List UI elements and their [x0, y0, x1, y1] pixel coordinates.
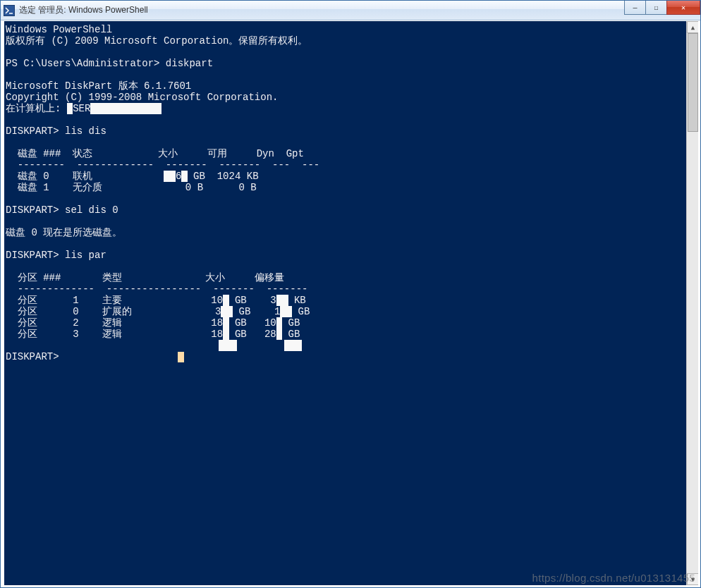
- disk-row-0-free: 1024 KB: [217, 171, 259, 182]
- on-computer-label: 在计算机上:: [6, 103, 67, 114]
- console-client-area: Windows PowerShell 版权所有 (C) 2009 Microso…: [4, 21, 698, 585]
- par-row-0-sizev: 10: [211, 295, 223, 306]
- diskhdr-free: 可用: [207, 148, 227, 159]
- computer-name-visible: SER: [73, 103, 90, 114]
- disk-row-1-free: 0 B: [239, 182, 257, 193]
- disk-row-1-size: 0 B: [185, 182, 203, 193]
- parhdr-type: 类型: [102, 272, 122, 283]
- minimize-button[interactable]: —: [624, 1, 645, 15]
- diskhdr-size: 大小: [158, 148, 178, 159]
- close-button[interactable]: ✕: [666, 1, 700, 15]
- par-row-3-offu: GB: [288, 329, 300, 340]
- diskhdr-status: 状态: [73, 148, 92, 159]
- par-row-0-num: 1: [73, 295, 78, 306]
- powershell-icon: [4, 5, 15, 16]
- diskhdr-num: 磁盘 ###: [18, 148, 61, 159]
- par-row-1-sizeu: GB: [239, 306, 251, 317]
- window-controls: — ☐ ✕: [624, 1, 700, 15]
- parhdr-offset: 偏移量: [255, 272, 284, 283]
- scroll-up-button[interactable]: ▲: [687, 21, 698, 33]
- redacted-block: XXXXXXXXXXXX: [90, 103, 161, 114]
- par-row-2-offu: GB: [288, 317, 300, 329]
- disk-row-0-disk: 磁盘 0: [18, 171, 49, 182]
- par-row-0-par: 分区: [18, 295, 37, 306]
- dp-prompt-4: DISKPART>: [6, 351, 65, 362]
- par-row-2-num: 2: [73, 317, 78, 329]
- titlebar[interactable]: 选定 管理员: Windows PowerShell — ☐ ✕: [1, 1, 700, 20]
- dp-prompt-2: DISKPART>: [6, 204, 65, 216]
- disk-row-0-sizeu: GB: [193, 171, 205, 182]
- par-row-3-num: 3: [73, 329, 78, 340]
- disk-row-0-status: 联机: [73, 171, 92, 182]
- par-row-1-par: 分区: [18, 306, 37, 317]
- par-row-3-offv: 28: [264, 329, 276, 340]
- disk-row-1-disk: 磁盘 1: [18, 182, 49, 193]
- par-row-3-sizev: 18: [211, 329, 223, 340]
- cursor-block-icon: [178, 352, 184, 362]
- dp-prompt-1: DISKPART>: [6, 125, 65, 137]
- console-output[interactable]: Windows PowerShell 版权所有 (C) 2009 Microso…: [4, 21, 685, 585]
- par-row-0-offv: 3: [270, 295, 276, 306]
- cmd-sel-dis-0: sel dis 0: [65, 204, 118, 216]
- dp-prompt-3: DISKPART>: [6, 250, 65, 261]
- ps-header-line2: 版权所有 (C) 2009 Microsoft Corporation。保留所有…: [6, 35, 307, 47]
- maximize-button[interactable]: ☐: [645, 1, 666, 15]
- par-row-1-num: 0: [73, 306, 78, 317]
- diskhdr-gpt: Gpt: [286, 148, 304, 159]
- sel-dis-result: 磁盘 0 现在是所选磁盘。: [6, 227, 122, 238]
- par-row-0-sizeu: GB: [235, 295, 247, 306]
- powershell-window: 选定 管理员: Windows PowerShell — ☐ ✕ Windows…: [0, 0, 701, 588]
- par-row-3-type: 逻辑: [102, 329, 122, 340]
- watermark-text: https://blog.csdn.net/u013131455: [532, 572, 695, 584]
- par-row-2-offv: 10: [264, 317, 276, 329]
- diskpart-version: Microsoft DiskPart 版本 6.1.7601: [6, 80, 191, 92]
- cmd-lis-par: lis par: [65, 250, 106, 261]
- scroll-track[interactable]: [687, 33, 698, 573]
- scroll-thumb[interactable]: [688, 33, 698, 132]
- par-row-3-sizeu: GB: [235, 329, 247, 340]
- par-row-1-offu: GB: [298, 306, 310, 317]
- diskpart-copyright: Copyright (C) 1999-2008 Microsoft Corpor…: [6, 92, 278, 103]
- par-row-2-sizeu: GB: [235, 317, 247, 329]
- disk-row-1-status: 无介质: [73, 182, 102, 193]
- par-row-2-par: 分区: [18, 317, 37, 329]
- par-row-2-sizev: 18: [211, 317, 223, 329]
- cmd-diskpart: diskpart: [166, 58, 213, 69]
- vertical-scrollbar[interactable]: ▲ ▼: [686, 21, 698, 585]
- par-row-0-type: 主要: [102, 295, 122, 306]
- par-row-0-offu: KB: [294, 295, 306, 306]
- par-row-3-par: 分区: [18, 329, 37, 340]
- par-row-2-type: 逻辑: [102, 317, 122, 329]
- parhdr-size: 大小: [205, 272, 225, 283]
- diskhdr-dyn: Dyn: [257, 148, 274, 159]
- window-title: 选定 管理员: Windows PowerShell: [19, 4, 148, 16]
- ps-prompt-1: PS C:\Users\Administrator>: [6, 58, 166, 69]
- cmd-lis-dis: lis dis: [65, 125, 106, 137]
- ps-header-line1: Windows PowerShell: [6, 24, 112, 35]
- par-row-1-type: 扩展的: [102, 306, 132, 317]
- parhdr-num: 分区 ###: [18, 272, 61, 283]
